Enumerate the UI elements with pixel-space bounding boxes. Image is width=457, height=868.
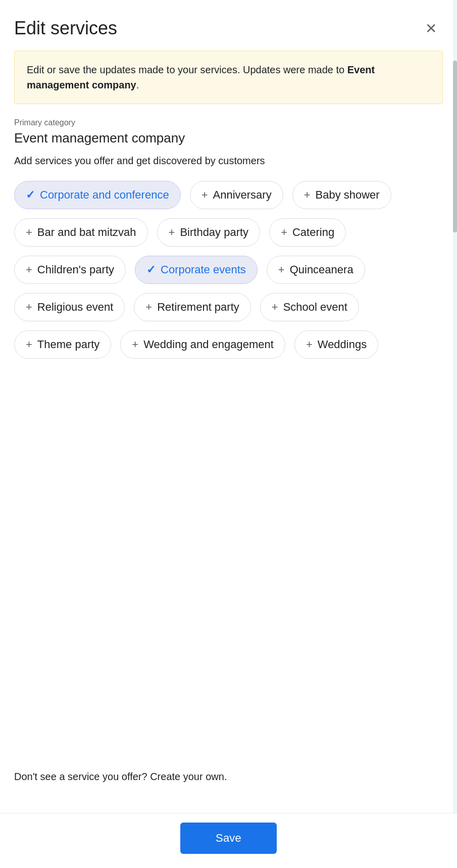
add-services-description: Add services you offer and get discovere… bbox=[14, 155, 443, 167]
primary-category-value: Event management company bbox=[14, 130, 443, 146]
service-chip-religious-event[interactable]: +Religious event bbox=[14, 293, 125, 321]
service-chip-label: Wedding and engagement bbox=[143, 338, 274, 351]
plus-icon: + bbox=[201, 188, 208, 202]
plus-icon: + bbox=[306, 338, 313, 351]
service-chip-corporate-events[interactable]: ✓Corporate events bbox=[135, 256, 258, 284]
service-chip-retirement-party[interactable]: +Retirement party bbox=[134, 293, 250, 321]
notice-banner: Edit or save the updates made to your se… bbox=[14, 51, 443, 104]
service-chip-label: Quinceanera bbox=[290, 263, 353, 276]
create-own-service-text: Don't see a service you offer? Create yo… bbox=[0, 771, 457, 783]
plus-icon: + bbox=[26, 338, 32, 351]
service-chip-label: Bar and bat mitzvah bbox=[37, 226, 136, 239]
service-chip-baby-shower[interactable]: +Baby shower bbox=[292, 181, 391, 209]
scrollbar-track[interactable] bbox=[453, 0, 457, 868]
services-grid: ✓Corporate and conference+Anniversary+Ba… bbox=[14, 181, 443, 359]
plus-icon: + bbox=[26, 263, 32, 276]
plus-icon: + bbox=[272, 301, 278, 314]
modal-content: Primary category Event management compan… bbox=[0, 118, 457, 771]
service-chip-label: Religious event bbox=[37, 301, 113, 314]
service-chip-label: Theme party bbox=[37, 338, 100, 351]
service-chip-label: Corporate and conference bbox=[40, 188, 169, 202]
notice-text-after: . bbox=[136, 79, 139, 90]
modal-footer: Save bbox=[0, 813, 457, 868]
service-chip-anniversary[interactable]: +Anniversary bbox=[190, 181, 283, 209]
plus-icon: + bbox=[278, 263, 285, 276]
page-title: Edit services bbox=[14, 18, 117, 39]
plus-icon: + bbox=[281, 226, 287, 239]
service-chip-quinceanera[interactable]: +Quinceanera bbox=[267, 256, 365, 284]
close-icon: ✕ bbox=[425, 20, 437, 37]
service-chip-childrens-party[interactable]: +Children's party bbox=[14, 256, 126, 284]
scrollbar-thumb[interactable] bbox=[453, 61, 457, 232]
plus-icon: + bbox=[145, 301, 152, 314]
service-chip-catering[interactable]: +Catering bbox=[269, 218, 346, 247]
service-chip-label: Children's party bbox=[37, 263, 114, 276]
service-chip-label: Corporate events bbox=[161, 263, 246, 276]
service-chip-bar-and-bat-mitzvah[interactable]: +Bar and bat mitzvah bbox=[14, 218, 148, 247]
plus-icon: + bbox=[304, 188, 311, 202]
service-chip-birthday-party[interactable]: +Birthday party bbox=[157, 218, 261, 247]
service-chip-theme-party[interactable]: +Theme party bbox=[14, 330, 111, 359]
modal-header: Edit services ✕ bbox=[0, 0, 457, 51]
service-chip-school-event[interactable]: +School event bbox=[260, 293, 359, 321]
service-chip-label: Retirement party bbox=[157, 301, 239, 314]
service-chip-label: Birthday party bbox=[180, 226, 248, 239]
service-chip-wedding-and-engagement[interactable]: +Wedding and engagement bbox=[120, 330, 285, 359]
check-icon: ✓ bbox=[26, 188, 35, 202]
plus-icon: + bbox=[132, 338, 138, 351]
plus-icon: + bbox=[169, 226, 175, 239]
notice-text-before: Edit or save the updates made to your se… bbox=[27, 64, 347, 75]
close-button[interactable]: ✕ bbox=[419, 16, 443, 40]
plus-icon: + bbox=[26, 226, 32, 239]
plus-icon: + bbox=[26, 301, 32, 314]
primary-category-label: Primary category bbox=[14, 118, 443, 127]
service-chip-label: Weddings bbox=[318, 338, 367, 351]
edit-services-modal: Edit services ✕ Edit or save the updates… bbox=[0, 0, 457, 868]
service-chip-label: Baby shower bbox=[316, 188, 380, 202]
service-chip-label: School event bbox=[283, 301, 347, 314]
service-chip-label: Catering bbox=[292, 226, 334, 239]
service-chip-label: Anniversary bbox=[213, 188, 271, 202]
save-button[interactable]: Save bbox=[180, 823, 277, 854]
check-icon: ✓ bbox=[146, 263, 156, 276]
service-chip-corporate-and-conference[interactable]: ✓Corporate and conference bbox=[14, 181, 181, 209]
service-chip-weddings[interactable]: +Weddings bbox=[294, 330, 378, 359]
